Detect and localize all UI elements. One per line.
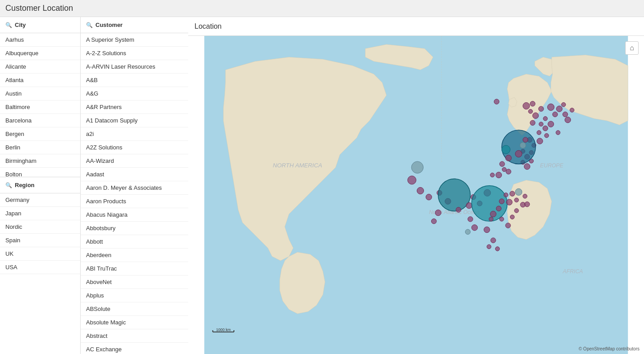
svg-point-13 xyxy=(426,194,432,200)
customer-list-item[interactable]: A&B xyxy=(81,74,188,87)
customer-list-item[interactable]: Absolute Magic xyxy=(81,316,188,329)
customer-list-item[interactable]: AC Exchange xyxy=(81,343,188,354)
svg-point-34 xyxy=(468,217,473,222)
svg-point-42 xyxy=(514,209,519,213)
svg-point-37 xyxy=(500,217,504,221)
page-header: Customer Location xyxy=(0,0,644,17)
city-list: AarhusAlbuquerqueAlicanteAtlantaAustinBa… xyxy=(0,33,80,177)
svg-point-62 xyxy=(530,120,535,125)
region-list-item[interactable]: Spain xyxy=(0,234,80,247)
customer-list-item[interactable]: AboveNet xyxy=(81,275,188,289)
customer-list-item[interactable]: A1 Datacom Supply xyxy=(81,114,188,127)
svg-point-81 xyxy=(506,155,511,161)
customer-list-item[interactable]: A&R Partners xyxy=(81,101,188,114)
svg-point-35 xyxy=(471,225,477,231)
city-list-item[interactable]: Alicante xyxy=(0,60,80,74)
svg-point-26 xyxy=(504,193,508,197)
customer-list-item[interactable]: Abbott xyxy=(81,235,188,249)
page-title: Customer Location xyxy=(5,4,73,13)
svg-point-60 xyxy=(565,117,571,123)
svg-point-16 xyxy=(438,179,471,211)
svg-point-44 xyxy=(432,219,437,223)
svg-point-32 xyxy=(523,194,527,198)
svg-point-55 xyxy=(548,104,554,110)
map-svg: NORTH AMERICA North Atlantic Ocean EUROP… xyxy=(188,36,644,354)
map-title: Location xyxy=(194,22,222,31)
customer-list-item[interactable]: Aaron D. Meyer & Associates xyxy=(81,181,188,195)
left-panels: 🔍 City AarhusAlbuquerqueAlicanteAtlantaA… xyxy=(0,17,188,354)
svg-point-58 xyxy=(562,102,566,106)
svg-point-36 xyxy=(465,229,470,234)
city-list-item[interactable]: Berlin xyxy=(0,141,80,154)
svg-point-33 xyxy=(525,202,530,207)
city-list-item[interactable]: Atlanta xyxy=(0,74,80,87)
region-list-item[interactable]: UK xyxy=(0,247,80,261)
city-list-item[interactable]: Bolton xyxy=(0,168,80,177)
customer-list-item[interactable]: Abstract xyxy=(81,329,188,343)
svg-point-59 xyxy=(563,112,568,117)
svg-point-54 xyxy=(543,117,547,121)
svg-point-17 xyxy=(456,207,461,212)
region-list-item[interactable]: Germany xyxy=(0,193,80,207)
region-list-item[interactable]: Nordic xyxy=(0,220,80,234)
customer-list-item[interactable]: Abbotsbury xyxy=(81,222,188,235)
home-button[interactable]: ⌂ xyxy=(625,41,639,55)
svg-point-51 xyxy=(528,109,532,114)
customer-list-item[interactable]: AA-Wizard xyxy=(81,154,188,168)
city-panel: 🔍 City AarhusAlbuquerqueAlicanteAtlantaA… xyxy=(0,17,81,354)
city-list-item[interactable]: Albuquerque xyxy=(0,47,80,60)
customer-list-item[interactable]: Aadast xyxy=(81,168,188,181)
region-list-item[interactable]: Japan xyxy=(0,207,80,220)
city-list-item[interactable]: Bergen xyxy=(0,127,80,141)
customer-list-item[interactable]: A2Z Solutions xyxy=(81,141,188,154)
customer-panel-title: Customer xyxy=(95,22,123,28)
city-panel-title: City xyxy=(15,22,26,28)
customer-list-item[interactable]: a2i xyxy=(81,127,188,141)
customer-list-item[interactable]: ABSolute xyxy=(81,302,188,316)
svg-point-49 xyxy=(523,102,530,109)
map-header: Location xyxy=(188,17,644,36)
svg-point-86 xyxy=(490,173,494,177)
svg-point-61 xyxy=(570,108,574,112)
svg-point-65 xyxy=(543,126,548,131)
customer-list-item[interactable]: A&G xyxy=(81,87,188,101)
svg-point-47 xyxy=(495,247,499,251)
svg-text:1000 km: 1000 km xyxy=(216,328,231,332)
city-list-item[interactable]: Baltimore xyxy=(0,101,80,114)
customer-list-item[interactable]: A-2-Z Solutions xyxy=(81,47,188,60)
svg-point-88 xyxy=(520,142,526,148)
svg-point-39 xyxy=(510,215,514,219)
customer-list-item[interactable]: Aberdeen xyxy=(81,249,188,262)
svg-point-50 xyxy=(530,101,535,106)
map-area: Location xyxy=(188,17,644,354)
city-list-item[interactable]: Barcelona xyxy=(0,114,80,127)
map-container: NORTH AMERICA North Atlantic Ocean EUROP… xyxy=(188,36,644,354)
svg-point-64 xyxy=(537,131,541,135)
svg-point-40 xyxy=(484,227,490,232)
customer-list-item[interactable]: Aaron Products xyxy=(81,195,188,208)
svg-point-63 xyxy=(539,122,543,126)
customer-panel-header: 🔍 Customer xyxy=(81,17,188,33)
customer-list-item[interactable]: A-ARVIN Laser Resources xyxy=(81,60,188,74)
svg-point-66 xyxy=(548,121,553,127)
attribution-text: © OpenStreetMap contributors xyxy=(579,346,640,351)
city-list-item[interactable]: Aarhus xyxy=(0,33,80,47)
customer-list-item[interactable]: Abacus Niagara xyxy=(81,208,188,222)
region-panel-header: 🔍 Region xyxy=(0,177,80,193)
region-list-item[interactable]: USA xyxy=(0,261,80,274)
svg-point-12 xyxy=(417,187,424,194)
svg-text:EUROPE: EUROPE xyxy=(540,162,564,169)
customer-list-item[interactable]: ABI TruTrac xyxy=(81,262,188,275)
customer-list-item[interactable]: Abplus xyxy=(81,289,188,302)
svg-point-28 xyxy=(510,191,514,196)
svg-point-52 xyxy=(532,113,538,118)
city-list-item[interactable]: Austin xyxy=(0,87,80,101)
svg-point-38 xyxy=(506,223,510,228)
svg-point-24 xyxy=(496,206,501,211)
city-list-item[interactable]: Birmingham xyxy=(0,154,80,168)
svg-point-82 xyxy=(500,162,505,166)
customer-list-item[interactable]: A Superior System xyxy=(81,33,188,47)
svg-point-87 xyxy=(523,137,528,142)
svg-point-48 xyxy=(494,99,499,104)
svg-point-67 xyxy=(556,131,560,135)
